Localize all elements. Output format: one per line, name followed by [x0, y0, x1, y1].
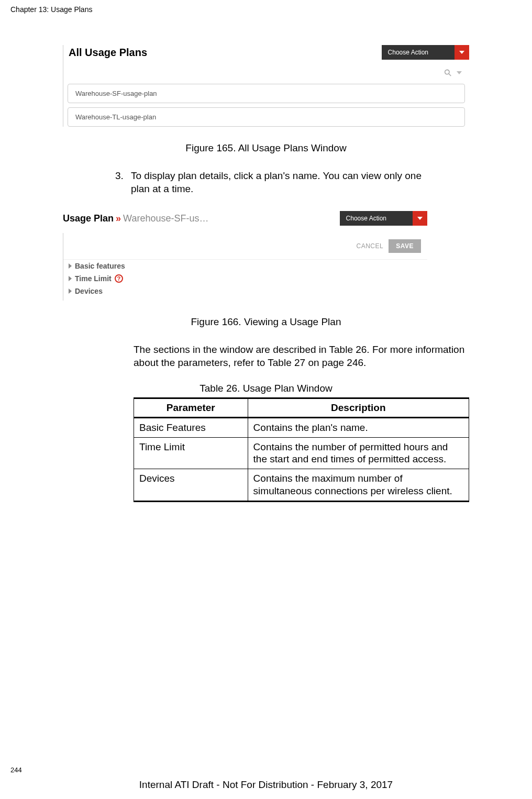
table-cell: Contains the plan's name. — [248, 417, 469, 437]
choose-action-dropdown[interactable]: Choose Action — [340, 211, 427, 226]
figure-caption: Figure 165. All Usage Plans Window — [10, 142, 522, 154]
figure-caption: Figure 166. Viewing a Usage Plan — [10, 316, 522, 328]
section-label: Time Limit — [75, 274, 112, 283]
breadcrumb: Usage Plan » Warehouse-SF-us… — [63, 213, 208, 224]
choose-action-button[interactable] — [413, 211, 427, 226]
step-text: To display plan details, click a plan's … — [131, 170, 422, 181]
table-row: Basic Features Contains the plan's name. — [134, 417, 469, 437]
chevron-down-icon — [417, 217, 423, 220]
breadcrumb-current: Warehouse-SF-us… — [123, 213, 208, 224]
choose-action-button[interactable] — [455, 45, 469, 60]
choose-action-label: Choose Action — [340, 211, 413, 226]
section-label: Basic features — [75, 262, 125, 270]
cancel-button[interactable]: CANCEL — [357, 242, 384, 250]
expand-icon — [69, 263, 72, 269]
table-header-parameter: Parameter — [134, 398, 248, 417]
chevron-right-icon: » — [116, 213, 121, 224]
plan-list-item[interactable]: Warehouse-TL-usage-plan — [68, 107, 465, 127]
figure-usage-plan-detail: CANCEL SAVE Basic features Time Limit ? … — [63, 233, 427, 301]
search-bar[interactable]: ⚲ — [63, 65, 469, 82]
footer-text: Internal ATI Draft - Not For Distributio… — [0, 779, 532, 791]
step-number: 3. — [115, 170, 131, 183]
plan-list-item[interactable]: Warehouse-SF-usage-plan — [68, 84, 465, 103]
table-cell: Basic Features — [134, 417, 248, 437]
table-cell: Contains the maximum number of simultane… — [248, 469, 469, 502]
section-basic-features[interactable]: Basic features — [63, 260, 427, 272]
table-row: Time Limit Contains the number of permit… — [134, 437, 469, 469]
panel-title: All Usage Plans — [69, 47, 147, 59]
table-caption: Table 26. Usage Plan Window — [10, 383, 522, 394]
choose-action-dropdown[interactable]: Choose Action — [382, 45, 469, 60]
choose-action-label: Choose Action — [382, 45, 455, 60]
chapter-header: Chapter 13: Usage Plans — [10, 5, 522, 14]
table-cell: Contains the number of permitted hours a… — [248, 437, 469, 469]
breadcrumb-root[interactable]: Usage Plan — [63, 213, 114, 224]
table-cell: Time Limit — [134, 437, 248, 469]
save-button[interactable]: SAVE — [389, 239, 421, 253]
chevron-down-icon — [457, 71, 462, 74]
section-devices[interactable]: Devices — [63, 285, 427, 301]
chevron-down-icon — [459, 51, 464, 54]
page-number: 244 — [10, 766, 22, 774]
section-time-limit[interactable]: Time Limit ? — [63, 272, 427, 285]
figure-all-usage-plans: All Usage Plans Choose Action ⚲ Warehous… — [63, 45, 469, 127]
usage-plan-table: Parameter Description Basic Features Con… — [134, 397, 469, 502]
table-cell: Devices — [134, 469, 248, 502]
table-row: Devices Contains the maximum number of s… — [134, 469, 469, 502]
step-3: 3.To display plan details, click a plan'… — [115, 170, 469, 195]
section-label: Devices — [75, 287, 103, 295]
table-header-description: Description — [248, 398, 469, 417]
step-text-cont: plan at a time. — [131, 183, 469, 196]
search-icon: ⚲ — [441, 66, 455, 80]
body-paragraph: The sections in the window are described… — [134, 343, 469, 369]
expand-icon — [69, 288, 72, 294]
expand-icon — [69, 276, 72, 281]
help-icon[interactable]: ? — [115, 274, 123, 283]
